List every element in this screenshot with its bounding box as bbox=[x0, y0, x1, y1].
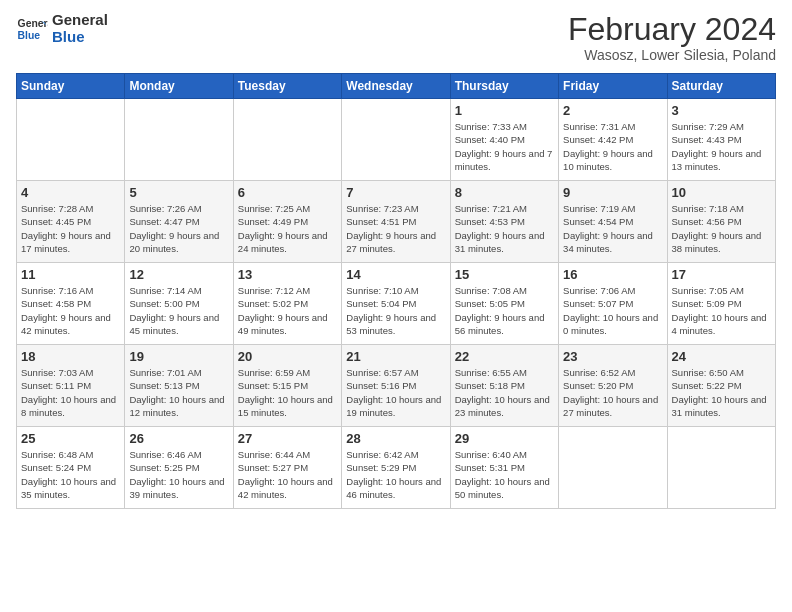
calendar-day-cell: 16Sunrise: 7:06 AM Sunset: 5:07 PM Dayli… bbox=[559, 263, 667, 345]
calendar-day-cell: 20Sunrise: 6:59 AM Sunset: 5:15 PM Dayli… bbox=[233, 345, 341, 427]
calendar-day-cell: 22Sunrise: 6:55 AM Sunset: 5:18 PM Dayli… bbox=[450, 345, 558, 427]
col-tuesday: Tuesday bbox=[233, 74, 341, 99]
month-title: February 2024 bbox=[568, 12, 776, 47]
calendar-day-cell: 4Sunrise: 7:28 AM Sunset: 4:45 PM Daylig… bbox=[17, 181, 125, 263]
day-number: 16 bbox=[563, 267, 662, 282]
calendar-day-cell: 6Sunrise: 7:25 AM Sunset: 4:49 PM Daylig… bbox=[233, 181, 341, 263]
day-info: Sunrise: 7:10 AM Sunset: 5:04 PM Dayligh… bbox=[346, 284, 445, 337]
day-info: Sunrise: 6:55 AM Sunset: 5:18 PM Dayligh… bbox=[455, 366, 554, 419]
calendar-day-cell bbox=[233, 99, 341, 181]
day-number: 23 bbox=[563, 349, 662, 364]
day-number: 15 bbox=[455, 267, 554, 282]
day-info: Sunrise: 7:23 AM Sunset: 4:51 PM Dayligh… bbox=[346, 202, 445, 255]
calendar-table: Sunday Monday Tuesday Wednesday Thursday… bbox=[16, 73, 776, 509]
calendar-day-cell: 1Sunrise: 7:33 AM Sunset: 4:40 PM Daylig… bbox=[450, 99, 558, 181]
calendar-day-cell: 18Sunrise: 7:03 AM Sunset: 5:11 PM Dayli… bbox=[17, 345, 125, 427]
day-info: Sunrise: 6:44 AM Sunset: 5:27 PM Dayligh… bbox=[238, 448, 337, 501]
calendar-day-cell: 29Sunrise: 6:40 AM Sunset: 5:31 PM Dayli… bbox=[450, 427, 558, 509]
calendar-day-cell: 10Sunrise: 7:18 AM Sunset: 4:56 PM Dayli… bbox=[667, 181, 775, 263]
calendar-day-cell: 2Sunrise: 7:31 AM Sunset: 4:42 PM Daylig… bbox=[559, 99, 667, 181]
day-info: Sunrise: 6:59 AM Sunset: 5:15 PM Dayligh… bbox=[238, 366, 337, 419]
col-monday: Monday bbox=[125, 74, 233, 99]
day-number: 1 bbox=[455, 103, 554, 118]
logo-blue: Blue bbox=[52, 29, 108, 46]
header: General Blue General Blue February 2024 … bbox=[16, 12, 776, 63]
calendar-day-cell: 5Sunrise: 7:26 AM Sunset: 4:47 PM Daylig… bbox=[125, 181, 233, 263]
day-number: 19 bbox=[129, 349, 228, 364]
day-number: 11 bbox=[21, 267, 120, 282]
calendar-day-cell: 24Sunrise: 6:50 AM Sunset: 5:22 PM Dayli… bbox=[667, 345, 775, 427]
day-number: 29 bbox=[455, 431, 554, 446]
svg-text:General: General bbox=[18, 18, 48, 29]
day-info: Sunrise: 7:25 AM Sunset: 4:49 PM Dayligh… bbox=[238, 202, 337, 255]
calendar-day-cell: 14Sunrise: 7:10 AM Sunset: 5:04 PM Dayli… bbox=[342, 263, 450, 345]
title-block: February 2024 Wasosz, Lower Silesia, Pol… bbox=[568, 12, 776, 63]
calendar-day-cell: 25Sunrise: 6:48 AM Sunset: 5:24 PM Dayli… bbox=[17, 427, 125, 509]
day-number: 4 bbox=[21, 185, 120, 200]
col-thursday: Thursday bbox=[450, 74, 558, 99]
day-number: 9 bbox=[563, 185, 662, 200]
day-number: 25 bbox=[21, 431, 120, 446]
calendar-day-cell: 15Sunrise: 7:08 AM Sunset: 5:05 PM Dayli… bbox=[450, 263, 558, 345]
logo-icon: General Blue bbox=[16, 13, 48, 45]
day-info: Sunrise: 7:01 AM Sunset: 5:13 PM Dayligh… bbox=[129, 366, 228, 419]
logo: General Blue General Blue bbox=[16, 12, 108, 45]
day-info: Sunrise: 6:57 AM Sunset: 5:16 PM Dayligh… bbox=[346, 366, 445, 419]
location-subtitle: Wasosz, Lower Silesia, Poland bbox=[568, 47, 776, 63]
calendar-day-cell: 27Sunrise: 6:44 AM Sunset: 5:27 PM Dayli… bbox=[233, 427, 341, 509]
day-number: 21 bbox=[346, 349, 445, 364]
day-number: 26 bbox=[129, 431, 228, 446]
calendar-day-cell: 19Sunrise: 7:01 AM Sunset: 5:13 PM Dayli… bbox=[125, 345, 233, 427]
day-number: 2 bbox=[563, 103, 662, 118]
day-info: Sunrise: 6:48 AM Sunset: 5:24 PM Dayligh… bbox=[21, 448, 120, 501]
calendar-day-cell bbox=[667, 427, 775, 509]
calendar-day-cell bbox=[342, 99, 450, 181]
day-info: Sunrise: 7:05 AM Sunset: 5:09 PM Dayligh… bbox=[672, 284, 771, 337]
calendar-day-cell: 11Sunrise: 7:16 AM Sunset: 4:58 PM Dayli… bbox=[17, 263, 125, 345]
day-number: 18 bbox=[21, 349, 120, 364]
page-container: General Blue General Blue February 2024 … bbox=[0, 0, 792, 517]
day-info: Sunrise: 7:19 AM Sunset: 4:54 PM Dayligh… bbox=[563, 202, 662, 255]
calendar-day-cell bbox=[125, 99, 233, 181]
day-info: Sunrise: 6:42 AM Sunset: 5:29 PM Dayligh… bbox=[346, 448, 445, 501]
day-info: Sunrise: 7:31 AM Sunset: 4:42 PM Dayligh… bbox=[563, 120, 662, 173]
day-number: 12 bbox=[129, 267, 228, 282]
day-number: 6 bbox=[238, 185, 337, 200]
calendar-day-cell: 7Sunrise: 7:23 AM Sunset: 4:51 PM Daylig… bbox=[342, 181, 450, 263]
day-info: Sunrise: 6:50 AM Sunset: 5:22 PM Dayligh… bbox=[672, 366, 771, 419]
day-info: Sunrise: 7:16 AM Sunset: 4:58 PM Dayligh… bbox=[21, 284, 120, 337]
day-info: Sunrise: 6:46 AM Sunset: 5:25 PM Dayligh… bbox=[129, 448, 228, 501]
calendar-day-cell: 8Sunrise: 7:21 AM Sunset: 4:53 PM Daylig… bbox=[450, 181, 558, 263]
calendar-day-cell: 17Sunrise: 7:05 AM Sunset: 5:09 PM Dayli… bbox=[667, 263, 775, 345]
calendar-day-cell: 21Sunrise: 6:57 AM Sunset: 5:16 PM Dayli… bbox=[342, 345, 450, 427]
calendar-day-cell: 13Sunrise: 7:12 AM Sunset: 5:02 PM Dayli… bbox=[233, 263, 341, 345]
calendar-day-cell: 23Sunrise: 6:52 AM Sunset: 5:20 PM Dayli… bbox=[559, 345, 667, 427]
day-number: 24 bbox=[672, 349, 771, 364]
day-number: 5 bbox=[129, 185, 228, 200]
day-number: 28 bbox=[346, 431, 445, 446]
day-number: 14 bbox=[346, 267, 445, 282]
day-info: Sunrise: 6:52 AM Sunset: 5:20 PM Dayligh… bbox=[563, 366, 662, 419]
day-number: 10 bbox=[672, 185, 771, 200]
col-wednesday: Wednesday bbox=[342, 74, 450, 99]
day-info: Sunrise: 7:14 AM Sunset: 5:00 PM Dayligh… bbox=[129, 284, 228, 337]
day-number: 8 bbox=[455, 185, 554, 200]
day-info: Sunrise: 7:06 AM Sunset: 5:07 PM Dayligh… bbox=[563, 284, 662, 337]
col-sunday: Sunday bbox=[17, 74, 125, 99]
day-info: Sunrise: 7:33 AM Sunset: 4:40 PM Dayligh… bbox=[455, 120, 554, 173]
calendar-week-row: 4Sunrise: 7:28 AM Sunset: 4:45 PM Daylig… bbox=[17, 181, 776, 263]
calendar-day-cell: 3Sunrise: 7:29 AM Sunset: 4:43 PM Daylig… bbox=[667, 99, 775, 181]
day-info: Sunrise: 7:03 AM Sunset: 5:11 PM Dayligh… bbox=[21, 366, 120, 419]
calendar-week-row: 1Sunrise: 7:33 AM Sunset: 4:40 PM Daylig… bbox=[17, 99, 776, 181]
calendar-day-cell bbox=[559, 427, 667, 509]
day-info: Sunrise: 7:18 AM Sunset: 4:56 PM Dayligh… bbox=[672, 202, 771, 255]
calendar-day-cell: 12Sunrise: 7:14 AM Sunset: 5:00 PM Dayli… bbox=[125, 263, 233, 345]
day-info: Sunrise: 7:12 AM Sunset: 5:02 PM Dayligh… bbox=[238, 284, 337, 337]
calendar-week-row: 25Sunrise: 6:48 AM Sunset: 5:24 PM Dayli… bbox=[17, 427, 776, 509]
day-number: 13 bbox=[238, 267, 337, 282]
day-number: 20 bbox=[238, 349, 337, 364]
day-info: Sunrise: 7:21 AM Sunset: 4:53 PM Dayligh… bbox=[455, 202, 554, 255]
day-info: Sunrise: 7:26 AM Sunset: 4:47 PM Dayligh… bbox=[129, 202, 228, 255]
day-number: 22 bbox=[455, 349, 554, 364]
calendar-week-row: 11Sunrise: 7:16 AM Sunset: 4:58 PM Dayli… bbox=[17, 263, 776, 345]
